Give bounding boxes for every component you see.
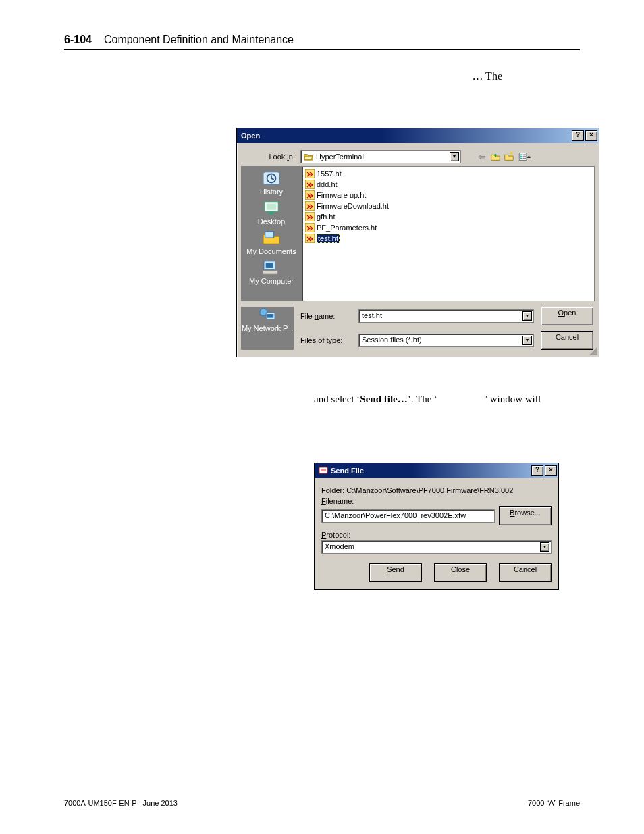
svg-rect-1 — [520, 154, 522, 155]
filename-input[interactable]: test.ht — [358, 309, 534, 323]
svg-rect-20 — [305, 223, 315, 232]
svg-rect-10 — [267, 204, 277, 210]
svg-rect-2 — [520, 156, 522, 157]
ht-file-icon — [305, 169, 315, 178]
ht-file-icon — [305, 234, 315, 243]
header-rule — [64, 49, 580, 50]
file-item[interactable]: Firmware up.ht — [305, 190, 591, 201]
svg-rect-14 — [263, 271, 277, 275]
look-in-row: Look in: HyperTerminal ⇦ — [241, 150, 595, 163]
page-number: 6-104 — [64, 34, 92, 46]
footer-right: 7000 “A” Frame — [528, 799, 580, 807]
mydocuments-icon — [261, 230, 281, 246]
svg-rect-13 — [266, 263, 273, 268]
filetype-label: Files of type: — [300, 336, 352, 344]
filename-label: File name: — [300, 312, 352, 320]
ht-file-icon — [305, 201, 315, 211]
page-header: 6-104 Component Definition and Maintenan… — [64, 34, 580, 46]
file-list[interactable]: 1557.ht ddd.ht Firmware up.ht FirmwareDo… — [302, 166, 595, 301]
views-icon — [518, 151, 534, 162]
file-item[interactable]: PF_Parameters.ht — [305, 222, 591, 233]
places-history[interactable]: History — [260, 170, 283, 196]
protocol-select[interactable]: Xmodem — [321, 540, 552, 554]
places-mydocuments[interactable]: My Documents — [246, 230, 296, 255]
filename-input[interactable]: C:\Manzoor\PowerFlex7000_rev3002E.xfw — [321, 509, 495, 523]
desktop-icon — [261, 200, 281, 216]
look-in-value: HyperTerminal — [316, 153, 364, 161]
cancel-button[interactable]: Cancel — [499, 563, 552, 582]
look-in-label: Look in: — [241, 153, 298, 161]
places-desktop[interactable]: Desktop — [258, 200, 285, 226]
ht-file-icon — [305, 190, 315, 200]
svg-rect-5 — [523, 156, 526, 157]
titlebar-close-button[interactable]: × — [545, 465, 557, 476]
svg-rect-18 — [305, 201, 315, 211]
look-in-toolbar: ⇦ — [476, 151, 535, 163]
file-item[interactable]: 1557.ht — [305, 168, 591, 179]
file-name: PF_Parameters.ht — [317, 224, 377, 232]
places-desktop-label: Desktop — [258, 217, 285, 226]
back-button[interactable]: ⇦ — [476, 151, 488, 163]
ht-file-icon — [305, 223, 315, 232]
file-name: gfh.ht — [317, 213, 336, 221]
send-file-titlebar[interactable]: Send File ? × — [315, 463, 558, 478]
svg-rect-4 — [523, 154, 526, 155]
open-dialog-titlebar[interactable]: Open ? × — [237, 128, 599, 143]
filetype-select[interactable]: Session files (*.ht) — [358, 334, 534, 347]
folder-label: Folder: C:\Manzoor\Software\PF7000 Firmw… — [321, 486, 552, 494]
file-item-selected[interactable]: test.ht — [305, 233, 591, 244]
places-history-label: History — [260, 188, 283, 196]
places-mycomputer-label: My Computer — [249, 277, 294, 285]
titlebar-close-button[interactable]: × — [585, 130, 597, 141]
places-mydocuments-label: My Documents — [246, 247, 296, 255]
open-dialog-title: Open — [241, 132, 260, 140]
svg-rect-11 — [265, 232, 274, 238]
file-item[interactable]: FirmwareDownload.ht — [305, 201, 591, 211]
file-item[interactable]: ddd.ht — [305, 179, 591, 190]
svg-rect-19 — [305, 212, 315, 221]
intro-trail: … The — [472, 70, 502, 82]
history-icon — [261, 170, 281, 186]
file-name: 1557.ht — [317, 170, 342, 178]
look-in-select[interactable]: HyperTerminal — [300, 150, 461, 163]
places-mycomputer[interactable]: My Computer — [249, 259, 294, 285]
file-item[interactable]: gfh.ht — [305, 211, 591, 222]
filename-value: test.ht — [362, 311, 382, 319]
cancel-button[interactable]: Cancel — [541, 331, 593, 350]
open-button[interactable]: Open — [541, 307, 593, 325]
open-dialog: Open ? × Look in: HyperTerminal — [236, 128, 599, 357]
file-name: test.ht — [317, 234, 340, 243]
browse-button[interactable]: Browse... — [499, 506, 552, 525]
filetype-value: Session files (*.ht) — [362, 336, 422, 344]
views-button[interactable] — [516, 151, 535, 163]
mycomputer-icon — [261, 259, 281, 276]
mid-paragraph: and select ‘Send file…’. The ‘’ window w… — [64, 393, 580, 407]
places-bar: History Desktop — [241, 166, 302, 301]
new-folder-button[interactable] — [503, 151, 515, 163]
open-lower: My Network P... File name: test.ht Open … — [241, 301, 595, 353]
svg-rect-6 — [523, 158, 526, 159]
svg-rect-3 — [520, 158, 522, 159]
mynetwork-icon — [257, 307, 277, 323]
ht-file-icon — [305, 212, 315, 221]
titlebar-help-button[interactable]: ? — [531, 465, 543, 476]
close-button[interactable]: Close — [434, 563, 487, 582]
send-file-title: Send File — [331, 467, 364, 475]
places-mynetwork-label: My Network P... — [242, 324, 293, 332]
file-name: FirmwareDownload.ht — [317, 202, 389, 210]
filename-label: Filename: — [321, 497, 552, 505]
resize-grip[interactable] — [589, 347, 597, 355]
up-one-level-button[interactable] — [489, 151, 502, 163]
titlebar-help-button[interactable]: ? — [572, 130, 584, 141]
svg-rect-24 — [267, 314, 273, 318]
send-file-dialog: Send File ? × Folder: C:\Manzoor\Softwar… — [314, 463, 559, 590]
new-folder-icon — [504, 151, 514, 162]
svg-rect-15 — [305, 169, 315, 178]
send-button[interactable]: Send — [369, 563, 422, 582]
send-file-bold: Send file… — [360, 394, 407, 405]
svg-rect-17 — [305, 190, 315, 200]
send-file-app-icon — [319, 466, 328, 475]
file-name: ddd.ht — [317, 180, 338, 188]
filename-value: C:\Manzoor\PowerFlex7000_rev3002E.xfw — [325, 511, 466, 519]
places-mynetwork[interactable]: My Network P... — [242, 307, 293, 332]
